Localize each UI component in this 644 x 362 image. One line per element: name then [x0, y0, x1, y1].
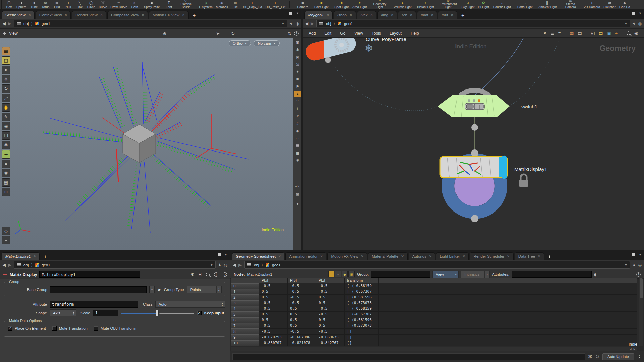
place-on-element-checkbox[interactable]: ✓ [8, 326, 12, 331]
pane-maximize-icon[interactable] [218, 253, 221, 256]
column-header-p-x[interactable]: P[x] [259, 278, 288, 283]
table-cell[interactable]: [ (0.581596 [345, 317, 379, 323]
table-cell[interactable]: -0.5 [259, 300, 288, 306]
camera-lock-icon[interactable]: ◉ [294, 54, 301, 60]
particles-display-icon[interactable]: ✺ [294, 157, 301, 164]
wrench-icon[interactable]: ✕ [543, 31, 547, 36]
object-display-icon[interactable]: ● [294, 90, 301, 97]
table-cell[interactable]: [] [345, 340, 379, 346]
close-tab-icon[interactable]: ✕ [278, 255, 281, 258]
tab-sheet-data-tree[interactable]: Data Tree✕ [515, 252, 544, 260]
table-row[interactable]: 7-0.50.50.5[ (0.573073 [231, 323, 637, 329]
menu-view[interactable]: View [354, 31, 363, 36]
refresh-icon[interactable]: ↻ [595, 354, 599, 360]
vertices-mode-icon[interactable]: ◦ [335, 271, 341, 277]
table-row[interactable]: 3-0.5-0.50.5[ (0.573073 [231, 300, 637, 306]
table-cell[interactable]: -0.5 [288, 329, 316, 335]
shelf-tool-stereo-camera[interactable]: ◫Stereo Camera [559, 0, 582, 9]
breadcrumb-node[interactable]: geo1 [272, 263, 281, 267]
back-icon[interactable]: ◀ [2, 262, 6, 267]
table-cell[interactable]: 0.5 [259, 312, 288, 317]
table-cell[interactable]: [] [345, 335, 379, 340]
abc-attributes-icon[interactable]: abc [294, 183, 301, 190]
table-cell[interactable]: -0.5 [259, 329, 288, 335]
edit-tool-icon[interactable]: ✎ [2, 113, 10, 121]
group-filter-field[interactable] [371, 271, 430, 278]
new-tab-button[interactable]: + [458, 13, 467, 19]
eye-icon[interactable]: ◉ [634, 31, 638, 36]
pane-maximize-icon[interactable] [632, 253, 635, 256]
base-group-dropdown-icon[interactable]: ▼ [149, 286, 155, 293]
tab-sheet-material-palette[interactable]: Material Palette✕ [368, 252, 407, 260]
table-cell[interactable]: -0.5 [259, 283, 288, 289]
expand-strip-icon[interactable]: ▾ [294, 200, 301, 207]
node-flag-cyan[interactable] [499, 156, 507, 179]
spotlight-icon[interactable]: ✦ [294, 68, 301, 75]
menu-add[interactable]: Add [309, 31, 316, 36]
scroll-right-icon[interactable]: ► [633, 347, 636, 351]
follow-selection-icon[interactable]: ◎ [224, 263, 227, 267]
pin-icon[interactable]: ➤ [631, 262, 637, 268]
shelf-tool-gi-light[interactable]: ✿GI Light [476, 1, 490, 9]
group-tool-icon[interactable]: ▦ [2, 178, 10, 187]
shelf-tool-sky-light[interactable]: ◕Sky Light [460, 1, 476, 9]
table-cell[interactable]: -0.5 [316, 312, 345, 317]
table-cell[interactable]: -0.5 [259, 306, 288, 312]
horizontal-scrollbar[interactable]: ⋯⋯ ◄ ► [231, 347, 637, 351]
material-tool-icon[interactable]: ◒ [2, 236, 10, 244]
close-tab-icon[interactable]: ✕ [182, 14, 185, 17]
mute-obj-transform-checkbox[interactable] [94, 326, 98, 331]
table-row[interactable]: 9-0.670293-0.667986-0.669675[] [231, 335, 637, 340]
paint-tool-icon[interactable]: ✺ [2, 169, 10, 177]
search-icon[interactable] [206, 273, 210, 276]
tab-scene-motion-fx-view[interactable]: Motion FX View✕ [149, 11, 189, 19]
template-display-icon[interactable]: ▭ [294, 135, 301, 141]
shelf-tool-ambient-light[interactable]: ▌Ambient Light [536, 1, 559, 9]
network-canvas[interactable]: Curve_PolyFrame ❄ switch1 [303, 38, 644, 250]
attribute-field[interactable]: transform [50, 301, 138, 308]
lasso-select-icon[interactable]: ⬚ [2, 56, 10, 65]
close-tab-icon[interactable]: ✕ [401, 255, 404, 258]
box-tool-icon[interactable]: ❑ [2, 131, 10, 140]
table-cell[interactable]: 0.5 [288, 306, 316, 312]
node-partial-curve[interactable] [304, 38, 358, 62]
table-cell[interactable]: -0.5 [288, 295, 316, 300]
breadcrumb-root[interactable]: obj [23, 263, 29, 267]
breadcrumb-root[interactable]: obj [254, 263, 259, 267]
spreadsheet-table[interactable]: P[x]P[y]P[z]transform0-0.5-0.5-0.5[ (-0.… [231, 278, 637, 346]
column-header-p-z[interactable]: P[z] [316, 278, 345, 283]
breadcrumb-root[interactable]: obj [326, 22, 331, 26]
pane-maximize-icon[interactable] [289, 12, 292, 15]
input-dot[interactable] [471, 149, 478, 157]
back-icon[interactable]: ◀ [233, 262, 236, 267]
row-number-cell[interactable]: 7 [231, 323, 259, 329]
spinner-icon[interactable]: ▲▼ [216, 286, 221, 293]
add-image-icon[interactable]: ▣ [607, 31, 611, 36]
help-icon[interactable]: ? [294, 31, 299, 36]
breadcrumb-node[interactable]: geo1 [42, 22, 50, 26]
prims-mode-icon[interactable]: ◆ [342, 271, 348, 277]
shelf-tool-box[interactable]: ❑Box [3, 1, 15, 9]
table-cell[interactable]: [ (0.573073 [345, 323, 379, 329]
pin-icon[interactable]: ➤ [631, 21, 637, 26]
wireframe-display-icon[interactable]: ▦ [294, 142, 301, 149]
node-name-field[interactable]: MatrixDisplay1 [39, 271, 140, 278]
tree-view-icon[interactable]: ≣ [551, 31, 554, 36]
table-cell[interactable]: 0.5 [259, 289, 288, 295]
shelf-tool-platonic-solids[interactable]: ◇Platonic Solids [174, 0, 197, 9]
table-cell[interactable]: -0.667986 [288, 335, 316, 340]
basket-icon[interactable]: ● [615, 31, 618, 36]
close-tab-icon[interactable]: ✕ [463, 255, 465, 258]
parameters-breadcrumb[interactable]: obj ⟩ geo1 ▼ [14, 261, 216, 269]
table-cell[interactable]: [ (-0.57307 [345, 312, 379, 317]
close-tab-icon[interactable]: ✕ [326, 14, 329, 17]
menu-tools[interactable]: Tools [372, 31, 381, 36]
shelf-tool-portal-light[interactable]: ▱Portal Light [514, 1, 536, 9]
flag-display-icon[interactable]: ⚑ [294, 83, 301, 90]
detail-mode-icon[interactable]: ▣ [348, 271, 355, 277]
table-cell[interactable]: -0.5 [316, 306, 345, 312]
table-cell[interactable]: 0.5 [316, 317, 345, 323]
shelf-tool-tube[interactable]: ▮Tube [29, 1, 40, 9]
close-tab-icon[interactable]: ✕ [320, 255, 323, 258]
vectors-display-icon[interactable]: ➚ [294, 113, 301, 119]
